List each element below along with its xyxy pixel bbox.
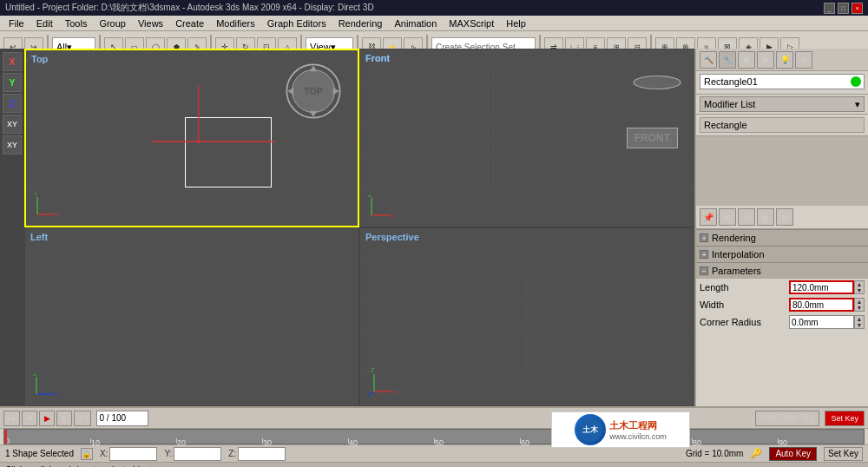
rp-display-icon[interactable]: 💡 bbox=[776, 51, 793, 69]
rp-motion-icon[interactable]: ▶ bbox=[757, 51, 774, 69]
minimize-button[interactable]: _ bbox=[824, 3, 835, 14]
menu-help[interactable]: Help bbox=[501, 17, 531, 30]
length-spinner[interactable]: ▲ ▼ bbox=[854, 280, 865, 294]
interpolation-header[interactable]: + Interpolation bbox=[696, 247, 868, 262]
menu-maxscript[interactable]: MAXScript bbox=[444, 17, 499, 30]
parameters-header[interactable]: − Parameters bbox=[696, 263, 868, 279]
set-key-button[interactable]: Set Key bbox=[825, 411, 865, 426]
svg-text:Y: Y bbox=[367, 393, 371, 398]
menu-edit[interactable]: Edit bbox=[31, 17, 58, 30]
left-axis-panel: X Y Z XY XY bbox=[0, 49, 24, 406]
next-frame-button[interactable]: ► bbox=[56, 411, 72, 426]
viewport-top[interactable]: Top TOP bbox=[24, 49, 359, 227]
lock-icon[interactable]: 🔒 bbox=[81, 448, 93, 460]
menu-group[interactable]: Group bbox=[94, 17, 131, 30]
watermark: 土木 土木工程网 www.civilcn.com bbox=[551, 411, 690, 448]
x-axis-button[interactable]: X bbox=[3, 52, 22, 71]
goto-start-button[interactable]: |◄ bbox=[3, 411, 20, 426]
rendering-expand[interactable]: + bbox=[700, 234, 708, 242]
svg-text:Z: Z bbox=[371, 368, 375, 373]
svg-text:X: X bbox=[56, 212, 59, 218]
auto-key-button[interactable]: Auto Key bbox=[769, 447, 817, 461]
viewport-persp-label: Perspective bbox=[365, 232, 419, 242]
play-button[interactable]: ▶ bbox=[39, 411, 55, 426]
svg-point-19 bbox=[197, 140, 201, 143]
viewport-front[interactable]: Front Front FRONT bbox=[359, 49, 694, 227]
y-coord-input[interactable] bbox=[174, 447, 221, 461]
close-button[interactable]: × bbox=[852, 3, 863, 14]
bottom-axis-indicator-top: X Y bbox=[33, 193, 59, 219]
menu-create[interactable]: Create bbox=[170, 17, 209, 30]
rp-utilities-icon[interactable]: ⚙ bbox=[795, 51, 812, 69]
viewport-left-label: Left bbox=[30, 232, 48, 242]
length-value[interactable]: 120.0mm bbox=[789, 280, 854, 294]
width-label: Width bbox=[700, 299, 789, 310]
playhead[interactable] bbox=[4, 430, 7, 444]
menu-modifiers[interactable]: Modifiers bbox=[211, 17, 260, 30]
corner-radius-value[interactable]: 0.0mm bbox=[789, 315, 854, 329]
y-axis-button[interactable]: Y bbox=[3, 73, 22, 92]
viewport-container: Top TOP bbox=[24, 49, 694, 406]
menu-bar: File Edit Tools Group Views Create Modif… bbox=[0, 16, 868, 31]
viewport-left[interactable]: Left Y Z bbox=[24, 227, 359, 406]
width-value[interactable]: 80.0mm bbox=[789, 298, 854, 312]
ruler-tick-40: 40 bbox=[348, 438, 349, 444]
rendering-header[interactable]: + Rendering bbox=[696, 230, 868, 246]
parameters-expand[interactable]: − bbox=[700, 266, 708, 275]
menu-file[interactable]: File bbox=[3, 17, 30, 30]
svg-text:Y: Y bbox=[34, 193, 38, 197]
menu-animation[interactable]: Animation bbox=[389, 17, 442, 30]
viewport-perspective[interactable]: Perspective X Z Y bbox=[359, 227, 694, 406]
xy-axis-button-2[interactable]: XY bbox=[3, 135, 22, 155]
z-coord-area: Z: bbox=[228, 447, 286, 461]
grid-size-text: Grid = 10.0mm bbox=[686, 449, 743, 458]
prev-frame-button[interactable]: ◄ bbox=[22, 411, 37, 426]
ruler-tick-50: 50 bbox=[434, 438, 435, 444]
bottom-axis-persp: X Z Y bbox=[367, 368, 398, 398]
add-time-tag-button[interactable]: Add Time Tag bbox=[755, 411, 820, 426]
x-coord-input[interactable] bbox=[109, 447, 157, 461]
corner-radius-label: Corner Radius bbox=[700, 317, 789, 327]
watermark-site-url: www.civilcn.com bbox=[609, 432, 667, 441]
svg-text:Z: Z bbox=[368, 194, 372, 198]
goto-end-button[interactable]: ►| bbox=[74, 411, 90, 426]
object-name-field[interactable]: Rectangle01 bbox=[700, 74, 865, 89]
length-label: Length bbox=[700, 282, 789, 293]
object-name-text: Rectangle01 bbox=[704, 76, 758, 87]
svg-text:Z: Z bbox=[33, 372, 37, 377]
set-key-display: Set Key bbox=[824, 447, 863, 461]
z-axis-button[interactable]: Z bbox=[3, 94, 22, 113]
width-spinner[interactable]: ▲ ▼ bbox=[854, 298, 865, 312]
ruler-tick-80: 80 bbox=[692, 438, 693, 444]
menu-tools[interactable]: Tools bbox=[60, 17, 93, 30]
maximize-button[interactable]: □ bbox=[838, 3, 849, 14]
modifier-item-label: Rectangle bbox=[704, 120, 747, 130]
remove-modifier-icon[interactable]: 🗑 bbox=[757, 208, 774, 226]
key-icon: 🔑 bbox=[750, 448, 762, 459]
width-row: Width 80.0mm ▲ ▼ bbox=[696, 296, 868, 313]
pin-stack-icon[interactable]: 📌 bbox=[700, 208, 717, 226]
menu-views[interactable]: Views bbox=[133, 17, 168, 30]
viewport-top-label: Top bbox=[31, 54, 48, 64]
modifier-list-dropdown[interactable]: Modifier List ▾ bbox=[700, 96, 865, 112]
timeline-ruler[interactable]: 0 10 20 30 40 50 60 70 80 90 bbox=[3, 429, 865, 444]
frame-display[interactable]: 0 / 100 bbox=[96, 411, 148, 426]
rendering-label: Rendering bbox=[712, 233, 756, 243]
interpolation-expand[interactable]: + bbox=[700, 250, 708, 259]
show-result-icon[interactable]: ⊕ bbox=[719, 208, 736, 226]
menu-rendering[interactable]: Rendering bbox=[333, 17, 388, 30]
modifier-item-rectangle[interactable]: Rectangle bbox=[700, 117, 865, 133]
watermark-site-name: 土木工程网 bbox=[609, 419, 667, 432]
z-coord-input[interactable] bbox=[238, 447, 286, 461]
rp-hierarchy-icon[interactable]: ⬣ bbox=[738, 51, 755, 69]
configure-icon[interactable]: ⚙ bbox=[776, 208, 793, 226]
xy-axis-button-1[interactable]: XY bbox=[3, 115, 22, 134]
watermark-circle-icon: 土木 bbox=[575, 414, 606, 445]
parameters-section: − Parameters Length 120.0mm ▲ ▼ Width 80… bbox=[696, 262, 868, 331]
rp-create-icon[interactable]: 🔨 bbox=[700, 51, 717, 69]
make-unique-icon[interactable]: ⊙ bbox=[738, 208, 755, 226]
corner-radius-spinner[interactable]: ▲ ▼ bbox=[854, 315, 865, 329]
rp-modify-icon[interactable]: 🔧 bbox=[719, 51, 736, 69]
ruler-tick-60: 60 bbox=[520, 438, 521, 444]
menu-graph-editors[interactable]: Graph Editors bbox=[262, 17, 332, 30]
